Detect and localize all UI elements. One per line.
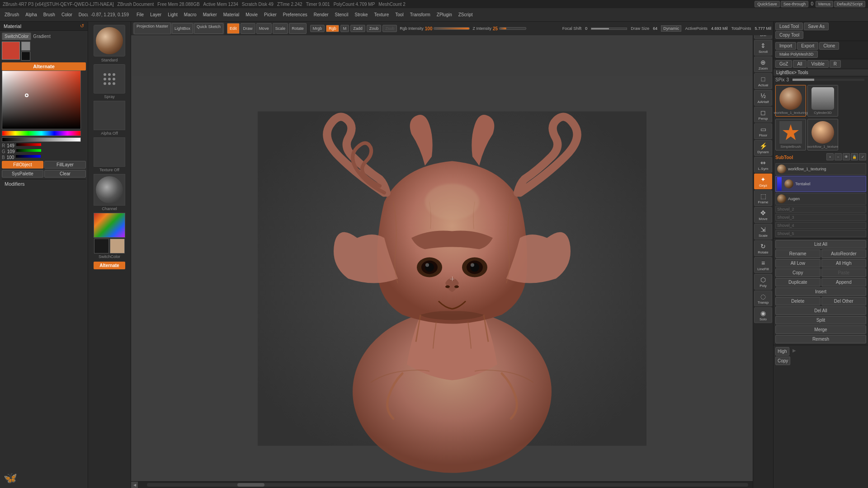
menu-file[interactable]: File	[134, 10, 146, 20]
quicksave-button[interactable]: QuickSave	[755, 1, 780, 7]
draw-button[interactable]: Draw	[241, 23, 255, 34]
subtool-item-2[interactable]: Augen	[775, 193, 866, 205]
g-slider[interactable]	[16, 149, 41, 152]
load-tool-button[interactable]: Load Tool	[775, 23, 803, 30]
r-slider[interactable]	[16, 143, 41, 146]
fill-object-button[interactable]: FillObject	[2, 161, 43, 169]
merge-button[interactable]: Merge	[775, 325, 866, 334]
all-high-button[interactable]: All High	[821, 259, 867, 267]
visible-button[interactable]: Visible	[807, 60, 829, 68]
autoreorder-button[interactable]: AutoReorder	[821, 249, 867, 258]
copy-rp-button[interactable]: Copy	[775, 268, 821, 277]
zoom-button[interactable]: ⊕ Zoom	[754, 56, 772, 72]
menu-tool[interactable]: Tool	[392, 10, 406, 20]
paste-button[interactable]: Paste	[821, 268, 867, 277]
del-all-button[interactable]: Del All	[775, 306, 866, 315]
clone-button[interactable]: Clone	[819, 42, 839, 50]
default-zscript-button[interactable]: DefaultZScript	[834, 1, 865, 7]
menu-alpha[interactable]: Alpha	[23, 10, 40, 20]
rotate-button[interactable]: Rotate	[289, 23, 307, 34]
subtool-item-1[interactable]: Tentakel	[775, 176, 866, 192]
persp-button[interactable]: ◻ Persp	[754, 107, 772, 122]
switch-black-swatch[interactable]	[94, 239, 109, 253]
list-all-button[interactable]: List All	[775, 240, 866, 249]
menu-transform[interactable]: Transform	[407, 10, 433, 20]
import-button[interactable]: Import	[775, 42, 796, 50]
split-button[interactable]: Split	[775, 316, 866, 324]
tool-thumb-1[interactable]: Cylinder3D	[807, 85, 838, 117]
mrgb-button[interactable]: Mrgb	[310, 25, 325, 32]
see-through-button[interactable]: See-through	[781, 1, 809, 7]
subtool-item-0[interactable]: workflow_1_texturing	[775, 163, 866, 175]
line-fill-button[interactable]: ≡ LineFill	[754, 257, 772, 273]
menu-movie[interactable]: Movie	[243, 10, 260, 20]
subtool-item-5[interactable]: Shovel_4	[775, 222, 866, 229]
material-refresh-icon[interactable]: ↺	[80, 23, 84, 29]
clear-button[interactable]: Clear	[44, 170, 86, 178]
scroll-button[interactable]: ⇕ Scroll	[754, 40, 772, 56]
b-slider[interactable]	[16, 155, 41, 158]
append-button[interactable]: Append	[821, 278, 867, 286]
subtool-minus-icon[interactable]: −	[835, 153, 842, 160]
rgb-intensity-slider[interactable]	[434, 27, 470, 30]
texture-preview[interactable]	[94, 137, 125, 167]
secondary-color-swatch[interactable]	[21, 42, 30, 51]
subtool-lock-icon[interactable]: 🔒	[851, 153, 858, 160]
rotate-side-button[interactable]: ↻ Rotate	[754, 240, 772, 256]
duplicate-button[interactable]: Duplicate	[775, 278, 821, 286]
scroll-left-arrow[interactable]: ◀	[131, 482, 138, 488]
all-low-button[interactable]: All Low	[775, 259, 821, 267]
menu-material[interactable]: Material	[221, 10, 242, 20]
menu-zscript[interactable]: ZScript	[456, 10, 476, 20]
remesh-button[interactable]: Remesh	[775, 335, 866, 343]
scroll-thumb[interactable]	[237, 483, 264, 487]
rgb-button[interactable]: Rgb	[326, 25, 339, 32]
menu-render[interactable]: Render	[311, 10, 331, 20]
move-button[interactable]: Move	[256, 23, 272, 34]
menu-macro[interactable]: Macro	[181, 10, 199, 20]
zadd-button[interactable]: Zadd	[350, 25, 365, 32]
subtool-item-3[interactable]: Shovel_2	[775, 206, 866, 213]
subtool-check-icon[interactable]: ✓	[859, 153, 866, 160]
menu-layer[interactable]: Layer	[147, 10, 164, 20]
r-button[interactable]: R	[830, 60, 841, 68]
goz-button[interactable]: GoZ	[775, 60, 792, 68]
subtool-eye-icon[interactable]: 👁	[843, 153, 850, 160]
tool-thumb-3[interactable]: workflow_1_texture	[807, 119, 838, 150]
high-button[interactable]: High	[775, 347, 789, 356]
scroll-track[interactable]	[147, 483, 748, 487]
projection-master-button[interactable]: Projection Master	[134, 23, 171, 34]
lightbox-button[interactable]: LightBox	[172, 23, 193, 34]
color-picker[interactable]	[2, 70, 81, 129]
insert-button[interactable]: Insert	[775, 287, 866, 296]
frame-button[interactable]: ⬚ Frame	[754, 190, 772, 206]
main-color-swatch[interactable]	[2, 42, 20, 60]
transp-button[interactable]: ◌ Transp	[754, 291, 772, 306]
menu-picker[interactable]: Picker	[261, 10, 279, 20]
dynamic-button[interactable]: Dynamic	[661, 25, 681, 32]
edit-button[interactable]: Edit	[227, 23, 240, 34]
subtool-add-icon[interactable]: +	[826, 153, 834, 160]
quick-sketch-button[interactable]: Quick Sketch	[194, 23, 223, 34]
menus-button[interactable]: Menus	[816, 1, 833, 7]
viewport-canvas[interactable]	[131, 76, 773, 481]
spray-preview[interactable]	[94, 64, 125, 94]
black-swatch[interactable]	[21, 52, 30, 61]
m-button[interactable]: M	[340, 25, 349, 32]
menu-brush[interactable]: Brush	[41, 10, 58, 20]
lsym-button[interactable]: ⇔ L.Sym	[754, 157, 772, 173]
bw-slider[interactable]	[2, 137, 81, 142]
menu-light[interactable]: Light	[165, 10, 180, 20]
hue-slider[interactable]	[2, 131, 81, 136]
dynam-button[interactable]: ⚡ Dynam	[754, 140, 772, 156]
menu-zplugin[interactable]: ZPlugin	[434, 10, 455, 20]
floor-button[interactable]: ▭ Floor	[754, 123, 772, 139]
actual-button[interactable]: □ Actual	[754, 73, 772, 89]
menu-marker[interactable]: Marker	[200, 10, 220, 20]
aahalf-button[interactable]: ½ AAHalf	[754, 90, 772, 106]
menu-preferences[interactable]: Preferences	[280, 10, 310, 20]
rename-button[interactable]: Rename	[775, 249, 821, 258]
material-sphere-preview[interactable]	[94, 174, 125, 206]
switch-color-button[interactable]: SwitchColor	[2, 33, 31, 40]
menu-stencil[interactable]: Stencil	[332, 10, 351, 20]
